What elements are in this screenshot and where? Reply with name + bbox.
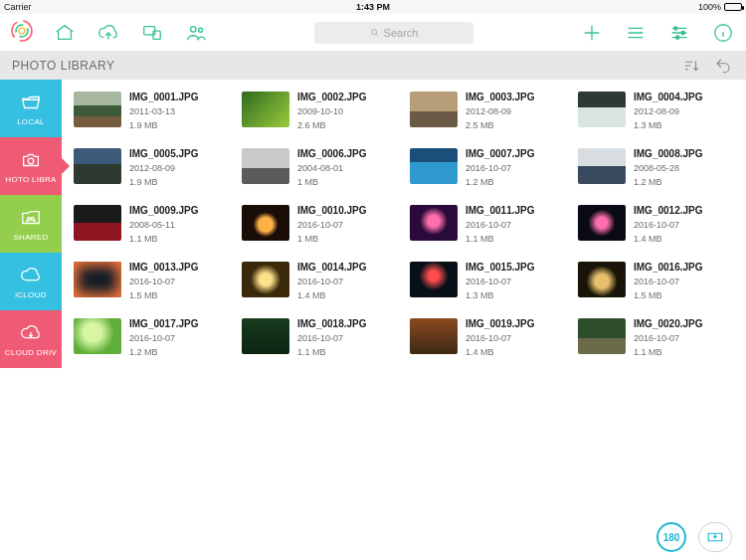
thumbnail xyxy=(410,318,458,354)
sidebar-item-label: LOCAL xyxy=(17,117,45,126)
file-size: 1.5 MB xyxy=(634,290,702,300)
undo-icon[interactable] xyxy=(712,55,734,77)
sidebar-item-local[interactable]: LOCAL xyxy=(0,80,62,137)
svg-point-9 xyxy=(681,31,684,34)
file-item[interactable]: IMG_0019.JPG2016-10-071.4 MB xyxy=(410,318,570,357)
file-name: IMG_0001.JPG xyxy=(129,92,198,102)
file-item[interactable]: IMG_0002.JPG2009-10-102.6 MB xyxy=(242,92,402,130)
thumbnail xyxy=(74,92,121,127)
add-icon[interactable] xyxy=(579,20,605,46)
file-size: 1.5 MB xyxy=(129,290,198,300)
sort-icon[interactable] xyxy=(680,55,702,77)
file-size: 1.9 MB xyxy=(129,120,198,130)
cloud-download-icon xyxy=(18,322,44,344)
file-name: IMG_0015.JPG xyxy=(466,262,534,273)
file-size: 1 MB xyxy=(297,234,366,244)
contacts-icon[interactable] xyxy=(183,20,209,46)
file-size: 1.3 MB xyxy=(466,290,534,300)
file-date: 2016-10-07 xyxy=(466,333,534,343)
svg-point-8 xyxy=(674,26,677,29)
file-date: 2016-10-07 xyxy=(129,333,198,343)
file-item[interactable]: IMG_0008.JPG2008-05-281.2 MB xyxy=(578,148,738,187)
file-item[interactable]: IMG_0014.JPG2016-10-071.4 MB xyxy=(242,262,402,300)
file-name: IMG_0013.JPG xyxy=(129,262,198,273)
file-item[interactable]: IMG_0017.JPG2016-10-071.2 MB xyxy=(74,318,234,357)
file-name: IMG_0004.JPG xyxy=(634,92,702,102)
file-date: 2016-10-07 xyxy=(466,277,534,286)
file-date: 2012-08-09 xyxy=(466,106,534,116)
info-icon[interactable] xyxy=(710,20,736,46)
top-toolbar: Search xyxy=(0,14,746,52)
file-name: IMG_0007.JPG xyxy=(466,148,534,159)
file-name: IMG_0014.JPG xyxy=(297,262,366,273)
devices-icon[interactable] xyxy=(139,20,165,46)
file-item[interactable]: IMG_0013.JPG2016-10-071.5 MB xyxy=(74,262,234,300)
list-view-icon[interactable] xyxy=(623,20,649,46)
svg-point-5 xyxy=(191,26,197,31)
footer-actions: 180 xyxy=(656,522,732,552)
search-placeholder: Search xyxy=(384,27,419,39)
sidebar-item-shared[interactable]: SHARED xyxy=(0,195,62,253)
file-item[interactable]: IMG_0020.JPG2016-10-071.1 MB xyxy=(578,318,738,357)
sidebar-item-label: SHARED xyxy=(13,233,48,242)
file-name: IMG_0012.JPG xyxy=(634,205,702,216)
file-date: 2004-08-01 xyxy=(297,163,366,173)
file-item[interactable]: IMG_0018.JPG2016-10-071.1 MB xyxy=(242,318,402,357)
file-name: IMG_0018.JPG xyxy=(297,318,366,329)
thumbnail xyxy=(578,92,626,127)
file-date: 2008-05-11 xyxy=(129,220,198,230)
file-size: 1.1 MB xyxy=(297,347,366,357)
file-date: 2016-10-07 xyxy=(634,333,702,343)
sidebar-item-icloud[interactable]: iCLOUD xyxy=(0,253,62,310)
file-size: 1.4 MB xyxy=(297,290,366,300)
file-name: IMG_0020.JPG xyxy=(634,318,702,329)
file-size: 1.4 MB xyxy=(466,347,534,357)
shared-folder-icon xyxy=(18,207,44,229)
file-size: 1.2 MB xyxy=(466,177,534,187)
file-date: 2008-05-28 xyxy=(634,163,702,173)
file-item[interactable]: IMG_0015.JPG2016-10-071.3 MB xyxy=(410,262,570,300)
file-date: 2016-10-07 xyxy=(297,333,366,343)
file-name: IMG_0009.JPG xyxy=(129,205,198,216)
sidebar-item-photo-library[interactable]: HOTO LIBRA xyxy=(0,137,62,195)
sidebar-item-cloud-drive[interactable]: CLOUD DRIV xyxy=(0,310,62,368)
file-item[interactable]: IMG_0005.JPG2012-08-091.9 MB xyxy=(74,148,234,187)
thumbnail xyxy=(242,318,289,354)
file-item[interactable]: IMG_0001.JPG2011-03-131.9 MB xyxy=(74,92,234,130)
file-item[interactable]: IMG_0011.JPG2016-10-071.1 MB xyxy=(410,205,570,244)
thumbnail xyxy=(242,262,289,297)
file-item[interactable]: IMG_0003.JPG2012-08-092.5 MB xyxy=(410,92,570,130)
file-item[interactable]: IMG_0007.JPG2016-10-071.2 MB xyxy=(410,148,570,187)
svg-point-6 xyxy=(199,28,203,32)
file-size: 1.1 MB xyxy=(129,234,198,244)
thumbnail xyxy=(410,262,458,297)
file-item[interactable]: IMG_0009.JPG2008-05-111.1 MB xyxy=(74,205,234,244)
file-size: 2.5 MB xyxy=(466,120,534,130)
file-size: 1.2 MB xyxy=(634,177,702,187)
file-item[interactable]: IMG_0016.JPG2016-10-071.5 MB xyxy=(578,262,738,300)
thumbnail xyxy=(578,205,626,241)
inbox-download-icon xyxy=(706,530,724,544)
file-name: IMG_0002.JPG xyxy=(297,92,366,102)
item-count-badge[interactable]: 180 xyxy=(656,522,686,552)
settings-sliders-icon[interactable] xyxy=(666,20,692,46)
library-header: PHOTO LIBRARY xyxy=(0,52,746,80)
file-item[interactable]: IMG_0004.JPG2012-08-091.3 MB xyxy=(578,92,738,130)
file-size: 1.3 MB xyxy=(634,120,702,130)
page-title: PHOTO LIBRARY xyxy=(12,59,114,73)
file-item[interactable]: IMG_0006.JPG2004-08-011 MB xyxy=(242,148,402,187)
file-name: IMG_0010.JPG xyxy=(297,205,366,216)
thumbnail xyxy=(74,262,121,297)
download-button[interactable] xyxy=(698,522,732,552)
cloud-upload-icon[interactable] xyxy=(95,20,121,46)
file-date: 2016-10-07 xyxy=(297,220,366,230)
file-item[interactable]: IMG_0012.JPG2016-10-071.4 MB xyxy=(578,205,738,244)
search-icon xyxy=(370,28,380,38)
file-date: 2012-08-09 xyxy=(129,163,198,173)
file-grid: IMG_0001.JPG2011-03-131.9 MBIMG_0002.JPG… xyxy=(74,92,738,357)
file-item[interactable]: IMG_0010.JPG2016-10-071 MB xyxy=(242,205,402,244)
svg-point-12 xyxy=(28,158,34,164)
search-input[interactable]: Search xyxy=(314,22,473,44)
home-icon[interactable] xyxy=(52,20,78,46)
thumbnail xyxy=(74,205,121,241)
